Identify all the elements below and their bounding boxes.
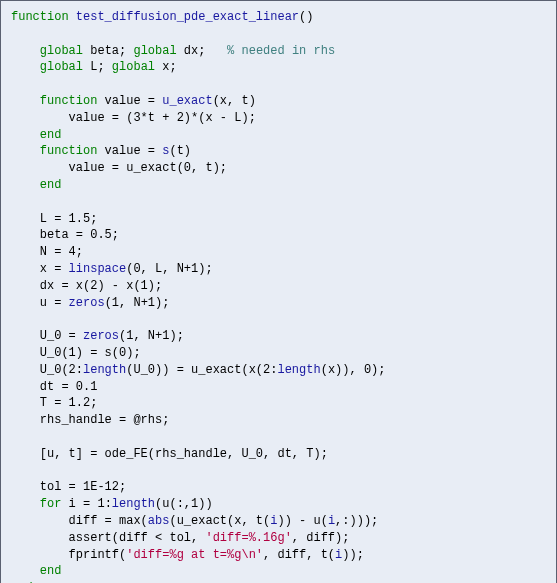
code-text: fprintf( [11,548,126,562]
code-indent [11,128,40,142]
keyword-end: end [40,128,62,142]
code-text: (u_exact(x, t( [169,514,270,528]
var-i: i [328,514,335,528]
keyword-global: global [40,60,83,74]
code-block: function test_diffusion_pde_exact_linear… [0,0,557,583]
code-indent [11,44,40,58]
code-text: diff = max( [11,514,148,528]
code-text: (1, N+1); [119,329,184,343]
code-text: , diff); [292,531,350,545]
code-indent [11,497,40,511]
builtin-length: length [277,363,320,377]
code-indent [11,178,40,192]
keyword-global: global [133,44,176,58]
code-indent [11,564,40,578]
builtin-abs: abs [148,514,170,528]
code-indent [11,144,40,158]
code-text: () [299,10,313,24]
code-line: U_0(1) = s(0); [11,346,141,360]
builtin-zeros: zeros [83,329,119,343]
keyword-function: function [11,10,69,24]
keyword-function: function [40,94,98,108]
code-line: value = u_exact(0, t); [11,161,227,175]
code-text: (x, t) [213,94,256,108]
code-text: )); [342,548,364,562]
keyword-end: end [40,178,62,192]
code-text: u = [11,296,69,310]
keyword-for: for [40,497,62,511]
comment: % needed in rhs [227,44,335,58]
string-literal: 'diff=%g at t=%g\n' [126,548,263,562]
keyword-global: global [112,60,155,74]
code-text: U_0(2: [11,363,83,377]
code-text: (t) [169,144,191,158]
code-text: value = [97,94,162,108]
code-line: [u, t] = ode_FE(rhs_handle, U_0, dt, T); [11,447,328,461]
keyword-function: function [40,144,98,158]
code-line: dx = x(2) - x(1); [11,279,162,293]
code-line: L = 1.5; [11,212,97,226]
code-text: )) - u( [277,514,327,528]
keyword-global: global [40,44,83,58]
builtin-zeros: zeros [69,296,105,310]
string-literal: 'diff=%.16g' [205,531,291,545]
function-name: u_exact [162,94,212,108]
code-line: rhs_handle = @rhs; [11,413,169,427]
code-indent [11,60,40,74]
code-text: i = 1: [61,497,111,511]
code-line: value = (3*t + 2)*(x - L); [11,111,256,125]
code-text: L; [83,60,112,74]
code-line: dt = 0.1 [11,380,97,394]
code-text: ,:))); [335,514,378,528]
builtin-linspace: linspace [69,262,127,276]
code-text: U_0 = [11,329,83,343]
code-line: N = 4; [11,245,83,259]
code-text: beta; [83,44,133,58]
code-text: x; [155,60,177,74]
code-text: (0, L, N+1); [126,262,212,276]
code-text: (u(:,1)) [155,497,213,511]
keyword-end: end [40,564,62,578]
builtin-length: length [83,363,126,377]
code-text: x = [11,262,69,276]
code-text: , diff, t( [263,548,335,562]
code-text: assert(diff < tol, [11,531,205,545]
builtin-length: length [112,497,155,511]
code-line: tol = 1E-12; [11,480,126,494]
function-name: test_diffusion_pde_exact_linear [76,10,299,24]
code-line: T = 1.2; [11,396,97,410]
code-text: (1, N+1); [105,296,170,310]
code-indent [11,94,40,108]
code-text: (U_0)) = u_exact(x(2: [126,363,277,377]
code-line: beta = 0.5; [11,228,119,242]
code-text: (x)), 0); [321,363,386,377]
code-text: value = [97,144,162,158]
code-text: dx; [177,44,227,58]
